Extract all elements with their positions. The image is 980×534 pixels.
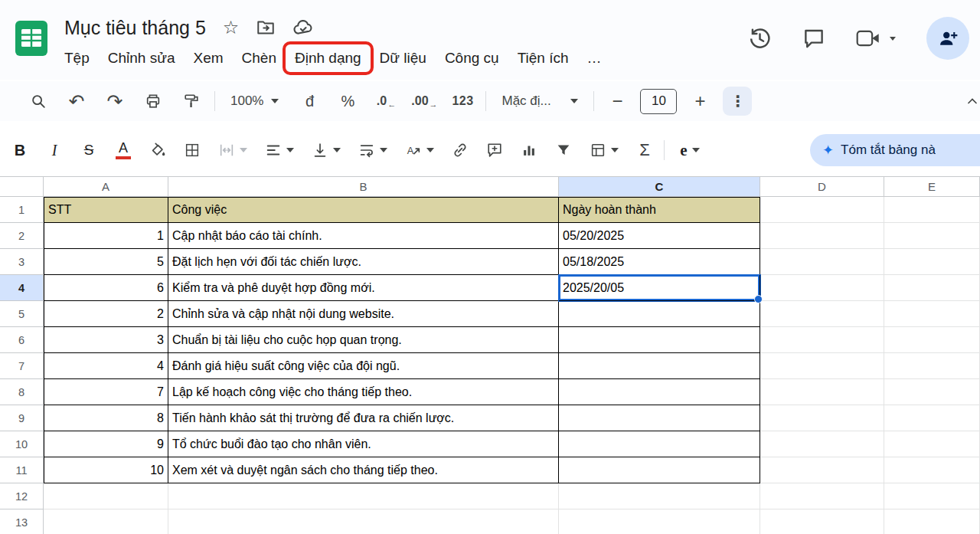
column-header-B[interactable]: B bbox=[168, 177, 559, 197]
cell-E7[interactable] bbox=[884, 353, 980, 379]
create-filter-button[interactable] bbox=[548, 136, 579, 165]
cloud-save-status-icon[interactable] bbox=[292, 17, 314, 38]
cell-B8[interactable]: Lập kế hoạch công việc cho tháng tiếp th… bbox=[168, 379, 559, 405]
row-header-7[interactable]: 7 bbox=[0, 353, 44, 379]
row-header-9[interactable]: 9 bbox=[0, 405, 44, 431]
cell-B2[interactable]: Cập nhật báo cáo tài chính. bbox=[168, 223, 559, 249]
insert-chart-button[interactable] bbox=[514, 136, 544, 165]
cell-D3[interactable] bbox=[760, 249, 884, 275]
video-call-button[interactable] bbox=[856, 29, 896, 48]
cell-C6[interactable] bbox=[559, 327, 760, 353]
percent-format-button[interactable]: % bbox=[332, 87, 363, 116]
cell-D5[interactable] bbox=[760, 301, 884, 327]
bold-button[interactable]: B bbox=[5, 136, 35, 165]
cell-D11[interactable] bbox=[760, 457, 884, 483]
version-history-icon[interactable] bbox=[748, 27, 772, 51]
cell-A6[interactable]: 3 bbox=[44, 327, 168, 353]
zoom-select[interactable]: 100% bbox=[223, 87, 286, 116]
cell-E9[interactable] bbox=[884, 405, 980, 431]
row-header-10[interactable]: 10 bbox=[0, 431, 44, 457]
menu-item-2[interactable]: Xem bbox=[184, 44, 232, 72]
cell-A12[interactable] bbox=[44, 483, 168, 509]
menu-item-3[interactable]: Chèn bbox=[233, 44, 286, 72]
cell-D7[interactable] bbox=[760, 353, 884, 379]
row-header-11[interactable]: 11 bbox=[0, 457, 44, 483]
menu-item-5[interactable]: Dữ liệu bbox=[371, 44, 436, 72]
document-title[interactable]: Mục tiêu tháng 5 bbox=[64, 17, 206, 39]
row-header-6[interactable]: 6 bbox=[0, 327, 44, 353]
increase-font-size-button[interactable]: + bbox=[684, 87, 715, 116]
functions-button[interactable]: Σ bbox=[629, 136, 660, 165]
row-header-4[interactable]: 4 bbox=[0, 275, 44, 301]
cell-A8[interactable]: 7 bbox=[44, 379, 168, 405]
move-folder-icon[interactable] bbox=[256, 18, 276, 38]
paint-format-button[interactable] bbox=[176, 87, 207, 116]
extension-button[interactable]: e bbox=[668, 136, 711, 165]
row-header-5[interactable]: 5 bbox=[0, 301, 44, 327]
insert-comment-button[interactable] bbox=[479, 136, 510, 165]
cell-B6[interactable]: Chuẩn bị tài liệu cho cuộc họp quan trọn… bbox=[168, 327, 559, 353]
cell-D6[interactable] bbox=[760, 327, 884, 353]
cell-A4[interactable]: 6 bbox=[44, 275, 168, 301]
italic-button[interactable]: I bbox=[39, 136, 70, 165]
comments-icon[interactable] bbox=[802, 27, 825, 50]
cell-B10[interactable]: Tổ chức buổi đào tạo cho nhân viên. bbox=[168, 431, 559, 457]
number-format-button[interactable]: 123 bbox=[447, 87, 478, 116]
cell-C10[interactable] bbox=[559, 431, 760, 457]
cell-D1[interactable] bbox=[760, 197, 884, 223]
cell-C2[interactable]: 05/20/2025 bbox=[559, 223, 760, 249]
cell-C7[interactable] bbox=[559, 353, 760, 379]
menu-item-4[interactable]: Định dạng bbox=[286, 44, 371, 72]
borders-button[interactable] bbox=[177, 136, 207, 165]
horizontal-align-button[interactable] bbox=[258, 136, 301, 165]
cell-E13[interactable] bbox=[884, 509, 980, 534]
cell-A3[interactable]: 5 bbox=[44, 249, 168, 275]
cell-C1[interactable]: Ngày hoàn thành bbox=[559, 197, 760, 223]
cell-C13[interactable] bbox=[559, 509, 760, 534]
font-family-select[interactable]: Mặc đị... bbox=[494, 87, 586, 116]
menu-item-1[interactable]: Chỉnh sửa bbox=[99, 44, 185, 72]
cell-B1[interactable]: Công việc bbox=[168, 197, 559, 223]
cell-C4[interactable]: 2025/20/05 bbox=[559, 275, 760, 301]
cell-D2[interactable] bbox=[760, 223, 884, 249]
vertical-align-button[interactable] bbox=[305, 136, 348, 165]
fill-handle[interactable] bbox=[754, 295, 763, 303]
cell-B9[interactable]: Tiến hành khảo sát thị trường để đưa ra … bbox=[168, 405, 559, 431]
cell-A11[interactable]: 10 bbox=[44, 457, 168, 483]
redo-button[interactable]: ↷ bbox=[100, 87, 130, 116]
cell-A5[interactable]: 2 bbox=[44, 301, 168, 327]
strikethrough-button[interactable]: S bbox=[74, 136, 104, 165]
select-all-corner[interactable] bbox=[0, 177, 44, 197]
text-rotation-button[interactable]: A bbox=[398, 136, 441, 165]
insert-link-button[interactable] bbox=[445, 136, 475, 165]
cell-A7[interactable]: 4 bbox=[44, 353, 168, 379]
cell-D8[interactable] bbox=[760, 379, 884, 405]
cell-C11[interactable] bbox=[559, 457, 760, 483]
column-header-C[interactable]: C bbox=[559, 177, 760, 197]
decrease-decimal-button[interactable]: .0 ← bbox=[371, 87, 401, 116]
cell-C8[interactable] bbox=[559, 379, 760, 405]
cell-B13[interactable] bbox=[168, 509, 559, 534]
row-header-8[interactable]: 8 bbox=[0, 379, 44, 405]
cell-A13[interactable] bbox=[44, 509, 168, 534]
cell-E6[interactable] bbox=[884, 327, 980, 353]
cell-B5[interactable]: Chỉnh sửa và cập nhật nội dung website. bbox=[168, 301, 559, 327]
cell-C5[interactable] bbox=[559, 301, 760, 327]
star-icon[interactable]: ☆ bbox=[223, 18, 240, 37]
row-header-3[interactable]: 3 bbox=[0, 249, 44, 275]
menu-item-6[interactable]: Công cụ bbox=[436, 44, 508, 72]
cell-E1[interactable] bbox=[884, 197, 980, 223]
cell-A9[interactable]: 8 bbox=[44, 405, 168, 431]
column-header-A[interactable]: A bbox=[44, 177, 168, 197]
hide-menus-icon[interactable] bbox=[965, 93, 980, 109]
column-header-D[interactable]: D bbox=[760, 177, 884, 197]
undo-button[interactable]: ↶ bbox=[61, 87, 92, 116]
row-header-12[interactable]: 12 bbox=[0, 483, 44, 509]
cell-E11[interactable] bbox=[884, 457, 980, 483]
table-views-button[interactable] bbox=[583, 136, 626, 165]
cell-E5[interactable] bbox=[884, 301, 980, 327]
menu-item-8[interactable]: … bbox=[578, 44, 611, 72]
currency-format-button[interactable]: đ bbox=[294, 87, 325, 116]
cell-E10[interactable] bbox=[884, 431, 980, 457]
row-header-2[interactable]: 2 bbox=[0, 223, 44, 249]
